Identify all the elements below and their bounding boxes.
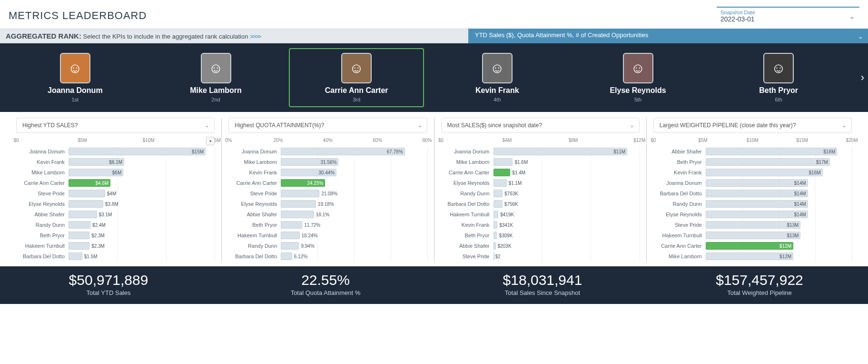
arrows-icon: >>>>	[250, 33, 260, 40]
row-value: $14M	[794, 212, 806, 217]
chart-row: Mike Lamborn31.56%	[228, 157, 427, 167]
row-value: $1.4M	[512, 170, 525, 175]
leader-rank: 4th	[435, 97, 559, 102]
chart-row: Hakeem Turnbull$419K	[441, 209, 640, 220]
row-label: Elyse Reynolds	[228, 201, 281, 207]
chart-row: Randy Dunn9.94%	[228, 241, 427, 251]
chart-axis: $0$4M$8M$12M	[441, 138, 640, 144]
row-value: $12M	[779, 243, 791, 249]
row-label: Elyse Reynolds	[441, 180, 493, 186]
chart-row: Abbie Shafer$3.1M	[16, 209, 215, 220]
row-label: Carrie Ann Carter	[653, 243, 706, 249]
chart-row: Steve Pride$2	[441, 251, 640, 262]
row-value: $13M	[787, 222, 799, 228]
row-label: Steve Pride	[228, 191, 281, 196]
row-value: $763K	[504, 191, 518, 196]
metric-column: Largest WEIGHTED PIPELINE (close date th…	[647, 118, 858, 262]
chart-row: Joanna Donum$15M	[16, 146, 215, 157]
row-value: $4M	[107, 191, 116, 196]
row-label: Randy Dunn	[441, 191, 493, 196]
row-value: 18.1%	[316, 212, 329, 217]
row-label: Steve Pride	[653, 222, 706, 228]
chart-row: Elyse Reynolds19.18%	[228, 199, 427, 209]
row-value: $2.4M	[92, 222, 106, 228]
metric-selector[interactable]: Most SALES($) since snapshot date?⌄	[441, 118, 640, 133]
row-label: Randy Dunn	[653, 201, 706, 207]
chart-menu-button[interactable]: ▾	[206, 137, 215, 145]
kpi-selector[interactable]: YTD Sales ($), Quota Attainment %, # of …	[468, 29, 868, 43]
avatar: ☺	[341, 53, 372, 83]
chart-row: Hakeem Turnbull$2.3M	[16, 241, 215, 251]
row-label: Randy Dunn	[16, 222, 69, 228]
row-label: Joanna Donum	[441, 149, 493, 154]
total-value: $157,457,922	[651, 272, 868, 288]
total-card: 22.55%Total Quota Attainment %	[217, 266, 434, 304]
row-label: Mike Lamborn	[653, 253, 706, 259]
leader-name: Beth Pryor	[717, 86, 840, 95]
leader-rank: 6th	[717, 97, 840, 102]
chart-row: Barbara Del Dotto6.12%	[228, 251, 427, 262]
page-title: METRICS LEADERBOARD	[9, 10, 147, 22]
row-label: Joanna Donum	[16, 149, 69, 154]
total-value: 22.55%	[217, 272, 434, 288]
row-value: $2.3M	[91, 233, 105, 238]
row-value: 11.72%	[304, 222, 320, 228]
avatar: ☺	[201, 53, 231, 83]
chevron-down-icon: ⌄	[842, 122, 847, 129]
chart-row: Abbie Shafer18.1%	[228, 209, 427, 220]
row-label: Carrie Ann Carter	[16, 180, 69, 186]
row-value: 67.78%	[387, 149, 403, 154]
next-button[interactable]: ›	[861, 71, 864, 84]
bar-chart: Joanna Donum$11MMike Lamborn$1.6MCarrie …	[441, 146, 640, 262]
row-value: $14M	[794, 202, 806, 207]
chart-row: Steve Pride$4M	[16, 188, 215, 199]
row-label: Abbie Shafer	[228, 212, 281, 217]
metric-column: Most SALES($) since snapshot date?⌄$0$4M…	[434, 118, 647, 262]
leader-rank: 2nd	[154, 97, 278, 102]
leader-card[interactable]: ☺Mike Lamborn2nd	[148, 48, 284, 107]
total-label: Total Sales Since Snapshot	[434, 289, 651, 296]
chart-row: Abbie Shafer$203K	[441, 241, 640, 251]
row-value: $6.1M	[109, 160, 122, 165]
leader-card[interactable]: ☺Joanna Donum1st	[8, 48, 143, 107]
row-value: 9.94%	[301, 243, 314, 249]
chart-row: Hakeem Turnbull10.24%	[228, 230, 427, 241]
leader-card[interactable]: ☺Beth Pryor6th	[711, 48, 846, 107]
chart-row: Barbara Del Dotto$756K	[441, 199, 640, 209]
row-value: 31.56%	[321, 160, 337, 165]
row-label: Joanna Donum	[653, 180, 706, 186]
row-value: $341K	[499, 222, 513, 228]
bar-chart: Joanna Donum$15MKevin Frank$6.1MMike Lam…	[16, 146, 215, 262]
leader-name: Mike Lamborn	[154, 86, 278, 95]
chart-row: Beth Pryor$309K	[441, 230, 640, 241]
row-value: $14M	[794, 181, 806, 186]
metric-selector[interactable]: Highest QUOTA ATTAINMENT(%)?⌄	[228, 118, 427, 133]
row-label: Mike Lamborn	[16, 170, 69, 175]
chart-row: Beth Pryor11.72%	[228, 220, 427, 230]
chart-row: Kevin Frank30.44%	[228, 167, 427, 178]
row-label: Beth Pryor	[653, 159, 706, 165]
leader-strip: ☺Joanna Donum1st☺Mike Lamborn2nd☺Carrie …	[0, 43, 868, 112]
row-value: $4.6M	[96, 181, 109, 186]
row-value: $756K	[504, 202, 518, 207]
chart-row: Carrie Ann Carter$4.6M	[16, 178, 215, 188]
row-value: 19.18%	[318, 202, 334, 207]
chart-row: Barbara Del Dotto$14M	[653, 188, 852, 199]
row-value: $2	[495, 254, 501, 259]
metric-selector[interactable]: Largest WEIGHTED PIPELINE (close date th…	[653, 118, 852, 133]
avatar: ☺	[60, 53, 90, 83]
metric-selector[interactable]: Highest YTD SALES?⌄	[16, 118, 215, 133]
snapshot-date-selector[interactable]: Snapshot Date 2022-03-01 ⌄	[717, 7, 859, 25]
row-value: 6.12%	[294, 254, 307, 259]
metric-column: Highest YTD SALES?⌄$0$5M$10M$15M▾Joanna …	[10, 118, 222, 262]
row-label: Barbara Del Dotto	[16, 253, 69, 259]
chevron-down-icon: ⌄	[849, 13, 855, 20]
leader-card[interactable]: ☺Carrie Ann Carter3rd	[289, 48, 424, 107]
leader-card[interactable]: ☺Kevin Frank4th	[430, 48, 565, 107]
leader-card[interactable]: ☺Elyse Reynolds5th	[571, 48, 706, 107]
row-label: Barbara Del Dotto	[441, 201, 493, 207]
row-label: Hakeem Turnbull	[228, 233, 281, 238]
chart-row: Carrie Ann Carter$1.4M	[441, 167, 640, 178]
row-label: Carrie Ann Carter	[228, 180, 281, 186]
chart-row: Randy Dunn$763K	[441, 188, 640, 199]
